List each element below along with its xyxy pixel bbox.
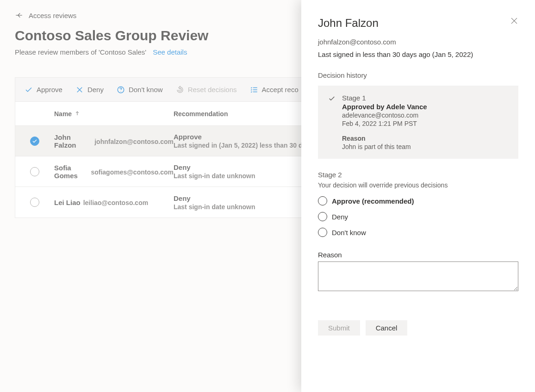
svg-point-1 xyxy=(120,91,121,91)
decision-history-label: Decision history xyxy=(318,71,518,79)
decision-history-card: Stage 1 Approved by Adele Vance adelevan… xyxy=(318,86,518,159)
reason-textarea[interactable] xyxy=(318,261,518,291)
question-icon xyxy=(117,86,125,94)
row-select-radio[interactable] xyxy=(30,137,39,146)
history-date: Feb 4, 2022 1:21 PM PST xyxy=(342,120,427,127)
column-header-name[interactable]: Name xyxy=(54,110,174,118)
submit-button[interactable]: Submit xyxy=(318,320,360,336)
person-name: Sofia Gomes xyxy=(54,164,88,180)
person-email: leiliao@contoso.com xyxy=(83,199,148,206)
close-button[interactable] xyxy=(510,17,518,26)
row-select-radio[interactable] xyxy=(30,198,39,207)
reset-icon xyxy=(176,86,184,94)
cancel-button[interactable]: Cancel xyxy=(366,320,408,336)
person-name: John Falzon xyxy=(54,133,92,149)
history-stage: Stage 1 xyxy=(342,94,427,102)
sort-ascending-icon xyxy=(75,110,80,118)
radio-icon xyxy=(318,212,327,221)
reset-decisions-button[interactable]: Reset decisions xyxy=(176,86,237,94)
panel-title: John Falzon xyxy=(318,17,379,30)
accept-recommendations-button[interactable]: Accept reco xyxy=(250,86,299,94)
decision-option-approve[interactable]: Approve (recommended) xyxy=(318,196,518,205)
page-subtitle: Please review members of 'Contoso Sales' xyxy=(15,48,146,56)
dont-know-button[interactable]: Don't know xyxy=(117,86,163,94)
history-reason-label: Reason xyxy=(342,135,508,142)
stage2-label: Stage 2 xyxy=(318,171,518,179)
details-panel: John Falzon johnfalzon@contoso.com Last … xyxy=(301,0,535,392)
radio-icon xyxy=(318,228,327,237)
decision-option-dont-know[interactable]: Don't know xyxy=(318,228,518,237)
decision-option-deny[interactable]: Deny xyxy=(318,212,518,221)
panel-signin-info: Last signed in less than 30 days ago (Ja… xyxy=(318,50,518,58)
checkmark-icon xyxy=(25,86,33,94)
list-check-icon xyxy=(250,86,258,94)
person-email: sofiagomes@contoso.com xyxy=(91,168,174,176)
history-reason-text: John is part of this team xyxy=(342,143,508,150)
reason-label: Reason xyxy=(318,251,518,259)
see-details-link[interactable]: See details xyxy=(153,48,187,56)
panel-email: johnfalzon@contoso.com xyxy=(318,38,518,46)
back-arrow-icon[interactable] xyxy=(15,11,23,19)
close-icon xyxy=(510,19,518,26)
checkmark-icon xyxy=(328,94,336,104)
deny-button[interactable]: Deny xyxy=(75,86,104,94)
row-select-radio[interactable] xyxy=(30,167,39,176)
radio-icon xyxy=(318,196,327,205)
person-name: Lei Liao xyxy=(54,199,81,206)
x-icon xyxy=(75,86,84,94)
person-email: johnfalzon@contoso.com xyxy=(94,138,174,145)
decision-options: Approve (recommended) Deny Don't know xyxy=(318,196,518,237)
history-approved-by: Approved by Adele Vance xyxy=(342,103,427,111)
approve-button[interactable]: Approve xyxy=(25,86,62,94)
history-approver-email: adelevance@contoso.com xyxy=(342,112,427,119)
breadcrumb-label[interactable]: Access reviews xyxy=(29,12,76,19)
stage2-note: Your decision will override previous dec… xyxy=(318,181,518,189)
